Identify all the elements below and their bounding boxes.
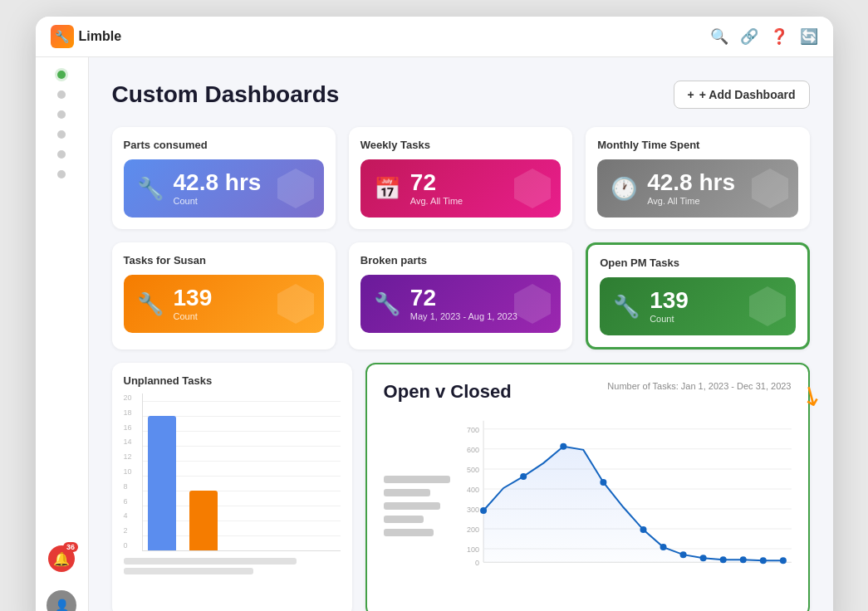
card-parts-consumed: Parts consumed 🔧 42.8 hrs Count	[112, 127, 336, 229]
y-label-18: 18	[124, 408, 139, 417]
main-content: Custom Dashboards + + Add Dashboard Part…	[89, 57, 833, 611]
card-weekly-tasks: Weekly Tasks 📅 72 Avg. All Time	[349, 127, 572, 229]
arrow-indicator: ↘	[794, 376, 829, 414]
dot-15	[779, 557, 786, 564]
calendar-icon: 📅	[374, 176, 400, 202]
dot-13	[739, 556, 746, 563]
metric-sub-broken: May 1, 2023 - Aug 1, 2023	[410, 311, 517, 321]
dot-14	[759, 557, 766, 564]
metric-content-broken: 72 May 1, 2023 - Aug 1, 2023	[410, 286, 517, 321]
y-label-8: 8	[124, 482, 139, 491]
hexagon-bg-4	[274, 282, 317, 325]
svg-text:200: 200	[467, 525, 479, 534]
metric-content-pm: 139 Count	[650, 289, 689, 324]
metric-content-weekly: 72 Avg. All Time	[410, 171, 463, 206]
unplanned-legend	[124, 558, 341, 574]
card-monthly-time: Monthly Time Spent 🕐 42.8 hrs Avg. All T…	[586, 127, 809, 229]
oc-header: Open v Closed Number of Tasks: Jan 1, 20…	[384, 381, 792, 403]
y-label-12: 12	[124, 452, 139, 461]
metric-box-monthly: 🕐 42.8 hrs Avg. All Time	[597, 159, 797, 218]
metric-box-susan: 🔧 139 Count	[124, 275, 324, 333]
add-dashboard-button[interactable]: + + Add Dashboard	[674, 81, 810, 109]
svg-marker-0	[277, 169, 314, 208]
app-window: 🔧 Limble 🔍 🔗 ❓ 🔄 🔔 36 👤	[36, 17, 833, 611]
legend-item-5	[384, 529, 434, 536]
sidebar-dot-3[interactable]	[57, 130, 66, 139]
help-icon[interactable]: ❓	[770, 27, 788, 46]
card-label-weekly: Weekly Tasks	[360, 139, 561, 151]
y-label-2: 2	[124, 526, 139, 535]
svg-text:700: 700	[467, 426, 479, 434]
y-label-20: 20	[124, 393, 139, 402]
metric-box-parts: 🔧 42.8 hrs Count	[124, 159, 324, 218]
card-label-parts: Parts consumed	[124, 139, 324, 151]
svg-text:300: 300	[467, 506, 479, 514]
bar-chart-container: 20 18 16 14 12 10 8 6 4 2 0	[124, 393, 341, 551]
sidebar-dot-2[interactable]	[57, 110, 66, 119]
svg-marker-2	[752, 169, 788, 208]
wrench-icon-1: 🔧	[137, 176, 164, 202]
metric-value-weekly: 72	[410, 171, 463, 194]
notification-badge-container: 🔔 36	[48, 545, 75, 572]
legend-item-4	[384, 516, 424, 523]
unplanned-card: Unplanned Tasks 20 18 16 14 12 10 8 6	[112, 363, 352, 611]
sidebar: 🔔 36 👤	[36, 57, 89, 611]
bar-orange-1	[189, 491, 218, 550]
sidebar-dot-5[interactable]	[57, 170, 66, 178]
cards-grid: Parts consumed 🔧 42.8 hrs Count	[112, 127, 810, 349]
page-title: Custom Dashboards	[112, 81, 340, 108]
dot-12	[719, 556, 726, 563]
dot-8	[640, 526, 646, 533]
metric-sub-weekly: Avg. All Time	[410, 196, 463, 206]
metric-content-parts: 42.8 hrs Count	[174, 171, 262, 206]
link-icon[interactable]: 🔗	[740, 27, 758, 46]
sidebar-dot-1[interactable]	[57, 90, 66, 99]
dot-6	[600, 479, 606, 486]
y-label-10: 10	[124, 467, 139, 476]
metric-sub-pm: Count	[650, 314, 689, 324]
bar-blue-1	[148, 416, 176, 550]
y-axis: 20 18 16 14 12 10 8 6 4 2 0	[124, 393, 139, 551]
svg-text:500: 500	[467, 466, 479, 474]
page-header: Custom Dashboards + + Add Dashboard	[112, 81, 810, 109]
search-icon[interactable]: 🔍	[710, 27, 728, 46]
y-label-14: 14	[124, 437, 139, 446]
sidebar-dot-active[interactable]	[57, 71, 66, 79]
card-open-pm: Open PM Tasks 🔧 139 Count	[586, 242, 809, 349]
logo-icon: 🔧	[51, 25, 74, 48]
user-avatar[interactable]: 👤	[47, 590, 76, 611]
metric-box-broken: 🔧 72 May 1, 2023 - Aug 1, 2023	[360, 275, 561, 333]
hexagon-bg-5	[511, 282, 554, 325]
hexagon-bg-2	[511, 167, 554, 210]
card-label-broken: Broken parts	[360, 254, 561, 266]
notification-count: 36	[63, 542, 78, 552]
metric-box-weekly: 📅 72 Avg. All Time	[360, 159, 561, 218]
metric-value-susan: 139	[174, 286, 213, 310]
titlebar: 🔧 Limble 🔍 🔗 ❓ 🔄	[36, 17, 833, 57]
metric-value-monthly: 42.8 hrs	[647, 171, 735, 194]
oc-legend	[384, 413, 450, 599]
wrench-icon-2: 🔧	[137, 291, 164, 317]
legend-bar-2	[124, 568, 254, 574]
metric-sub-parts: Count	[174, 196, 262, 206]
dot-11	[699, 555, 706, 561]
legend-bar-1	[124, 558, 297, 565]
legend-item-1	[384, 476, 450, 483]
bottom-grid: Unplanned Tasks 20 18 16 14 12 10 8 6	[112, 363, 810, 611]
add-dashboard-label: + Add Dashboard	[699, 88, 796, 101]
clock-icon: 🕐	[611, 176, 637, 202]
oc-subtitle: Number of Tasks: Jan 1, 2023 - Dec 31, 2…	[607, 381, 791, 391]
metric-value-pm: 139	[650, 289, 689, 312]
sidebar-dot-4[interactable]	[57, 150, 66, 159]
bar-group-1	[148, 416, 176, 550]
avatar-initials: 👤	[55, 599, 69, 611]
hexagon-bg-6	[746, 285, 789, 328]
y-label-16: 16	[124, 423, 139, 432]
refresh-icon[interactable]: 🔄	[800, 27, 818, 46]
area-fill	[483, 447, 783, 562]
card-label-pm: Open PM Tasks	[600, 257, 795, 269]
metric-box-pm: 🔧 139 Count	[600, 277, 795, 335]
svg-text:600: 600	[467, 446, 479, 454]
add-icon: +	[688, 88, 694, 101]
app-logo: 🔧 Limble	[51, 25, 122, 48]
